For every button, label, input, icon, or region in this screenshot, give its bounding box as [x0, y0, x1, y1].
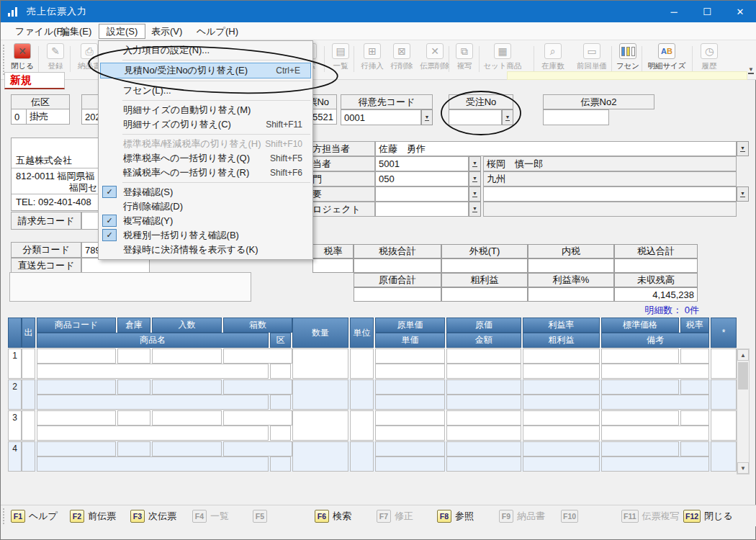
tekiyo-code-field[interactable] — [375, 186, 469, 202]
grid-cell[interactable] — [601, 364, 709, 379]
function-key-f9[interactable]: F9納品書 — [499, 510, 545, 523]
menu-item-input-field-settings[interactable]: 入力項目の設定(N)... — [99, 43, 312, 58]
grid-cell[interactable] — [680, 379, 709, 395]
menu-view[interactable]: 表示(V) — [144, 24, 189, 39]
grid-cell[interactable] — [117, 410, 150, 426]
grid-cell[interactable] — [523, 348, 600, 364]
chokuso-code-field[interactable] — [81, 258, 150, 274]
grid-cell[interactable] — [270, 395, 291, 410]
grid-cell[interactable] — [711, 410, 737, 441]
grid-cell[interactable] — [375, 379, 445, 395]
toolbar-grip[interactable] — [3, 45, 4, 75]
tokuisaki-code-field[interactable]: 0001 — [341, 109, 421, 125]
scroll-down-arrow[interactable]: ▼ — [737, 462, 749, 474]
grid-cell[interactable] — [117, 379, 150, 395]
grid-cell[interactable] — [117, 348, 150, 364]
denku-code-field[interactable]: 0 — [11, 109, 27, 125]
grid-cell[interactable] — [292, 379, 348, 410]
bumon-dropdown-button[interactable]: ▼ — [469, 171, 481, 186]
grid-cell[interactable] — [37, 395, 269, 410]
tokuisaki-dropdown-button[interactable]: ▼ — [421, 109, 433, 125]
menu-item-detail-size-auto[interactable]: 明細サイズの自動切り替え(M) — [99, 103, 312, 117]
grid-cell[interactable] — [22, 348, 35, 379]
close-window-button[interactable]: ✕ — [724, 1, 756, 22]
menu-item-std-tax-all[interactable]: 標準税率への一括切り替え(Q)Shift+F5 — [99, 151, 312, 166]
function-key-f1[interactable]: F1ヘルプ — [11, 510, 58, 523]
grid-cell[interactable] — [375, 410, 445, 426]
minimize-button[interactable]: ─ — [657, 1, 690, 22]
menu-item-fusen[interactable]: フセン(L)... — [99, 84, 312, 98]
grid-cell[interactable] — [680, 441, 709, 456]
function-key-f12[interactable]: F12閉じる — [683, 510, 733, 523]
tekiyo-dropdown-button[interactable]: ▼ — [737, 186, 749, 202]
grid-cell[interactable] — [152, 441, 222, 456]
function-bar-grip[interactable] — [3, 508, 4, 524]
grid-cell[interactable] — [601, 395, 709, 410]
scrollbar-thumb[interactable] — [738, 362, 748, 390]
grid-cell[interactable] — [37, 441, 116, 456]
grid-cell[interactable] — [446, 395, 521, 410]
tekiyo-text-field[interactable] — [483, 186, 737, 202]
sempo-tantosha-field[interactable]: 佐藤 勇作 — [375, 141, 737, 156]
function-key-f10[interactable]: F10 — [561, 510, 578, 523]
grid-cell[interactable] — [37, 426, 269, 441]
maximize-button[interactable]: ☐ — [690, 1, 724, 22]
function-key-f7[interactable]: F7修正 — [377, 510, 413, 523]
grid-cell[interactable] — [270, 364, 291, 379]
grid-cell[interactable] — [601, 348, 679, 364]
grid-cell[interactable] — [292, 410, 348, 441]
denpyo-no2-field[interactable] — [543, 109, 609, 125]
grid-cell[interactable] — [601, 379, 679, 395]
juchu-no-dropdown-button[interactable]: ▼ — [502, 109, 513, 125]
grid-cell[interactable] — [601, 426, 709, 441]
grid-cell[interactable] — [223, 348, 292, 364]
list-button[interactable]: ▤一覧 — [326, 43, 355, 78]
grid-cell[interactable] — [523, 379, 600, 395]
tekiyo-code-dropdown-button[interactable]: ▼ — [469, 186, 481, 202]
grid-cell[interactable] — [375, 348, 445, 364]
grid-cell[interactable] — [446, 426, 521, 441]
grid-cell[interactable] — [152, 410, 222, 426]
row-delete-button[interactable]: ⊠行削除 — [388, 43, 415, 78]
menu-item-reduced-tax-all[interactable]: 軽減税率への一括切り替え(R)Shift+F6 — [99, 166, 312, 180]
grid-cell[interactable] — [223, 441, 292, 456]
toolbar-overflow-button[interactable]: ▼ — [748, 67, 754, 74]
grid-cell[interactable] — [350, 379, 374, 410]
grid-cell[interactable] — [523, 441, 600, 456]
function-key-f3[interactable]: F3次伝票 — [130, 510, 176, 523]
sempo-tantosha-dropdown-button[interactable]: ▼ — [737, 141, 749, 156]
scroll-up-arrow[interactable]: ▲ — [737, 349, 749, 361]
grid-cell[interactable] — [375, 441, 445, 456]
grid-cell[interactable] — [37, 456, 269, 472]
grid-cell[interactable] — [223, 379, 292, 395]
grid-cell[interactable] — [446, 441, 521, 456]
grid-cell[interactable] — [375, 395, 445, 410]
grid-cell[interactable] — [37, 379, 116, 395]
function-key-f5[interactable]: F5 — [253, 510, 267, 523]
grid-cell[interactable] — [37, 410, 116, 426]
menu-settings[interactable]: 設定(S) — [99, 24, 145, 39]
menu-item-row-delete-confirm[interactable]: 行削除確認(D) — [99, 199, 312, 214]
grid-cell[interactable] — [117, 441, 150, 456]
grid-cell[interactable] — [711, 441, 737, 472]
grid-cell[interactable] — [350, 441, 374, 472]
grid-cell[interactable] — [523, 456, 600, 472]
grid-cell[interactable] — [375, 364, 445, 379]
juchu-no-field[interactable] — [449, 109, 502, 125]
function-key-f4[interactable]: F4一覧 — [192, 510, 229, 523]
function-key-f11[interactable]: F11伝票複写 — [621, 510, 680, 523]
project-dropdown-button[interactable]: ▼ — [469, 202, 481, 217]
grid-cell[interactable] — [680, 348, 709, 364]
grid-cell[interactable] — [223, 410, 292, 426]
grid-cell[interactable] — [37, 348, 116, 364]
grid-cell[interactable] — [711, 348, 737, 379]
grid-cell[interactable] — [22, 441, 35, 472]
bumon-code-field[interactable]: 050 — [375, 171, 469, 186]
menu-item-tax-type-batch-confirm[interactable]: ✓税種別一括切り替え確認(B) — [99, 228, 312, 243]
project-code-field[interactable] — [375, 202, 469, 217]
grid-cell[interactable] — [350, 348, 374, 379]
menu-item-detail-size-toggle[interactable]: 明細サイズの切り替え(C)Shift+F11 — [99, 117, 312, 132]
grid-cell[interactable] — [37, 364, 269, 379]
grid-scrollbar[interactable]: ▲▼ — [737, 348, 750, 474]
grid-cell[interactable] — [523, 395, 600, 410]
